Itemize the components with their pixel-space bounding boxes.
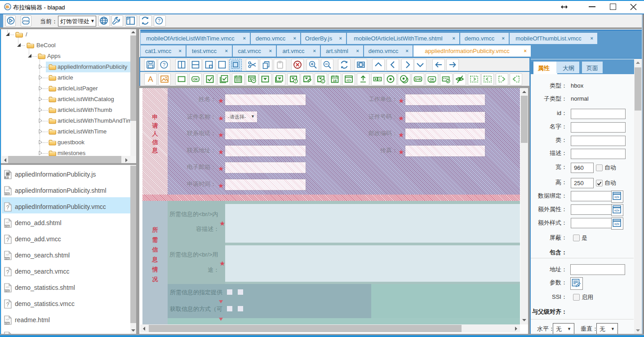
svg-text:JS: JS bbox=[5, 177, 8, 179]
svg-text:HTML: HTML bbox=[4, 225, 10, 227]
svg-text:HTML: HTML bbox=[4, 322, 10, 324]
svg-text:?: ? bbox=[6, 269, 9, 275]
svg-text:</>: </> bbox=[346, 79, 351, 82]
svg-text:?: ? bbox=[158, 18, 160, 23]
svg-text:S+R: S+R bbox=[415, 78, 421, 81]
svg-text:</>: </> bbox=[6, 318, 9, 321]
svg-text:HTML: HTML bbox=[4, 257, 10, 260]
svg-text:HTML: HTML bbox=[4, 193, 10, 195]
svg-text:</>: </> bbox=[614, 208, 619, 213]
svg-text:STOP: STOP bbox=[22, 19, 30, 22]
svg-text:16: 16 bbox=[333, 79, 337, 83]
svg-text:?: ? bbox=[6, 302, 9, 308]
svg-text:C: C bbox=[322, 79, 324, 83]
svg-text:HTML: HTML bbox=[4, 290, 10, 292]
svg-text:OK: OK bbox=[430, 78, 435, 81]
svg-text:A: A bbox=[148, 75, 153, 84]
svg-text:</>: </> bbox=[6, 253, 9, 256]
svg-text:?: ? bbox=[6, 237, 9, 243]
svg-text:?: ? bbox=[163, 62, 165, 67]
svg-text:OK: OK bbox=[193, 78, 198, 81]
svg-text:</>: </> bbox=[6, 221, 9, 224]
svg-text:</>: </> bbox=[614, 222, 619, 226]
svg-text:?: ? bbox=[6, 204, 9, 211]
svg-text:</>: </> bbox=[614, 195, 619, 199]
svg-text:</>: </> bbox=[6, 286, 9, 288]
svg-text:</>: </> bbox=[6, 189, 9, 191]
svg-text:T: T bbox=[294, 79, 297, 83]
